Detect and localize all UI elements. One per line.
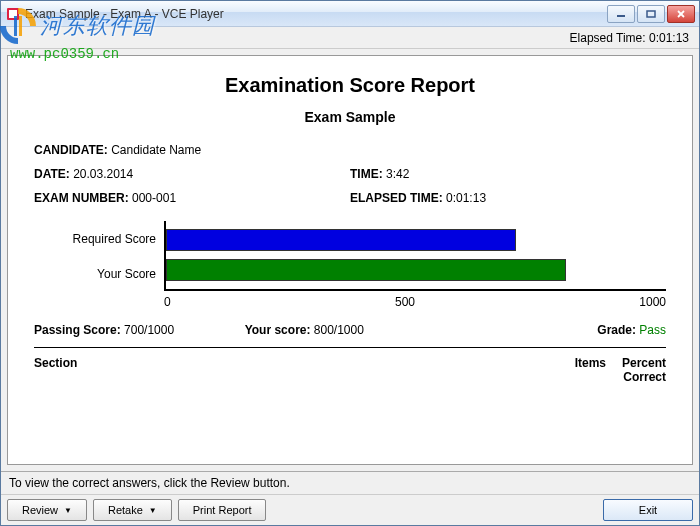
retake-label: Retake: [108, 504, 143, 516]
content-area: Examination Score Report Exam Sample CAN…: [1, 49, 699, 471]
passing-score-label: Passing Score:: [34, 323, 121, 337]
window-controls: [607, 5, 695, 23]
app-window: Exam Sample - Exam A - VCE Player Elapse…: [0, 0, 700, 526]
print-label: Print Report: [193, 504, 252, 516]
grade-value: Pass: [639, 323, 666, 337]
caret-down-icon: ▼: [64, 506, 72, 515]
caret-down-icon: ▼: [149, 506, 157, 515]
tick-500: 500: [395, 295, 415, 309]
your-score-value: 800/1000: [314, 323, 364, 337]
review-label: Review: [22, 504, 58, 516]
hint-text: To view the correct answers, click the R…: [1, 472, 699, 495]
bar-required-score: [166, 229, 516, 251]
tick-0: 0: [164, 295, 171, 309]
score-report: Examination Score Report Exam Sample CAN…: [7, 55, 693, 465]
chart-axis: 0 500 1000: [164, 295, 666, 309]
button-row: Review ▼ Retake ▼ Print Report Exit: [1, 495, 699, 525]
candidate-value: Candidate Name: [111, 143, 201, 157]
grade-label: Grade:: [597, 323, 636, 337]
chart-plot: [164, 221, 666, 291]
minimize-button[interactable]: [607, 5, 635, 23]
passing-score-value: 700/1000: [124, 323, 174, 337]
elapsed-time-value: 0:01:13: [649, 31, 689, 45]
exam-number-label: EXAM NUMBER:: [34, 191, 129, 205]
candidate-label: CANDIDATE:: [34, 143, 108, 157]
chart-label-required: Required Score: [34, 232, 156, 246]
elapsed-time-bar: Elapsed Time: 0:01:13: [1, 27, 699, 49]
exam-number-value: 000-001: [132, 191, 176, 205]
exit-button[interactable]: Exit: [603, 499, 693, 521]
window-title: Exam Sample - Exam A - VCE Player: [25, 7, 607, 21]
time-value: 3:42: [386, 167, 409, 181]
review-button[interactable]: Review ▼: [7, 499, 87, 521]
app-icon: [5, 6, 21, 22]
close-button[interactable]: [667, 5, 695, 23]
svg-rect-1: [9, 10, 17, 18]
col-section: Section: [34, 356, 556, 384]
maximize-button[interactable]: [637, 5, 665, 23]
elapsed-value: 0:01:13: [446, 191, 486, 205]
exit-label: Exit: [639, 504, 657, 516]
svg-rect-3: [647, 11, 655, 17]
print-report-button[interactable]: Print Report: [178, 499, 267, 521]
section-table-header: Section Items Percent Correct: [34, 356, 666, 384]
report-subtitle: Exam Sample: [34, 109, 666, 125]
tick-1000: 1000: [639, 295, 666, 309]
date-label: DATE:: [34, 167, 70, 181]
elapsed-label: ELAPSED TIME:: [350, 191, 443, 205]
col-percent: Percent Correct: [606, 356, 666, 384]
elapsed-time-label: Elapsed Time:: [570, 31, 646, 45]
date-value: 20.03.2014: [73, 167, 133, 181]
col-items: Items: [556, 356, 606, 384]
footer: To view the correct answers, click the R…: [1, 471, 699, 525]
bar-your-score: [166, 259, 566, 281]
titlebar: Exam Sample - Exam A - VCE Player: [1, 1, 699, 27]
score-chart: Required Score Your Score 0 500 1000: [34, 221, 666, 309]
chart-label-your: Your Score: [34, 267, 156, 281]
your-score-label: Your score:: [245, 323, 311, 337]
info-grid: CANDIDATE: Candidate Name DATE: 20.03.20…: [34, 143, 666, 205]
retake-button[interactable]: Retake ▼: [93, 499, 172, 521]
time-label: TIME:: [350, 167, 383, 181]
scores-row: Passing Score: 700/1000 Your score: 800/…: [34, 323, 666, 337]
report-title: Examination Score Report: [34, 74, 666, 97]
divider: [34, 347, 666, 348]
